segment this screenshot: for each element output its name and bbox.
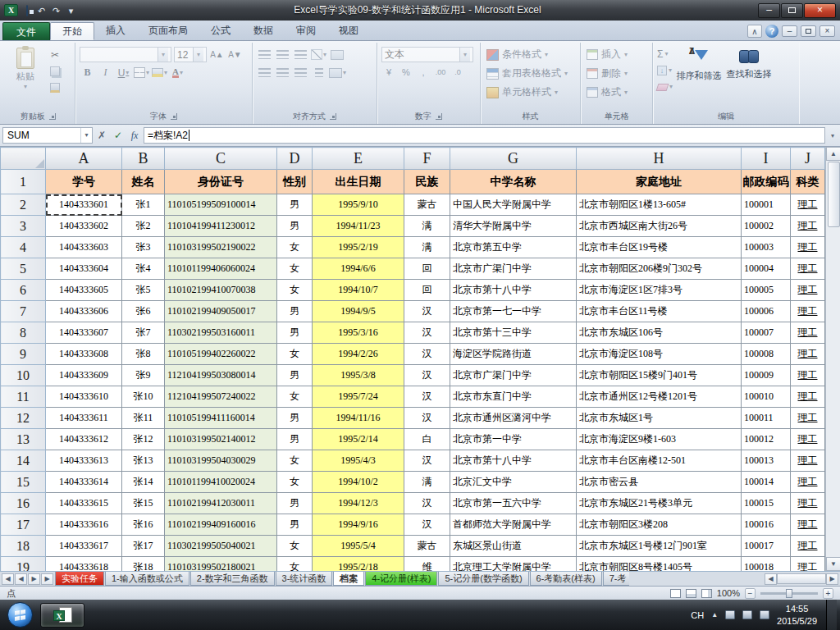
cell-H12[interactable]: 北京市东城区1号 <box>577 408 742 429</box>
cell-I13[interactable]: 100012 <box>742 429 791 450</box>
cell-H15[interactable]: 北京市密云县 <box>577 472 742 493</box>
volume-icon[interactable] <box>742 610 752 619</box>
cell-G8[interactable]: 北京市第十三中学 <box>450 322 577 344</box>
horizontal-scrollbar[interactable]: ◀ ▶ <box>765 572 840 586</box>
cell-F2[interactable]: 蒙古 <box>404 194 450 216</box>
cell-I19[interactable]: 100018 <box>742 557 791 572</box>
cell-F19[interactable]: 维 <box>404 557 450 572</box>
cell-G9[interactable]: 海淀区学院路街道 <box>450 344 577 365</box>
cell-I7[interactable]: 100006 <box>742 301 791 322</box>
cell-H16[interactable]: 北京市东城区21号楼3单元 <box>577 493 742 514</box>
copy-icon[interactable] <box>48 65 62 78</box>
cell-E3[interactable]: 1994/11/23 <box>313 216 404 237</box>
cell-E4[interactable]: 1995/2/19 <box>313 237 404 258</box>
hidden-icons-icon[interactable]: ▲ <box>711 611 718 619</box>
cell-E18[interactable]: 1995/5/4 <box>313 536 404 557</box>
row-header-3[interactable]: 3 <box>1 216 46 237</box>
shrink-font-icon[interactable]: A▼ <box>227 47 243 62</box>
cell-D17[interactable]: 男 <box>277 514 313 536</box>
autosum-button[interactable]: Σ▾ <box>657 47 673 62</box>
cell-B3[interactable]: 张2 <box>122 216 165 237</box>
workbook-minimize-icon[interactable]: – <box>782 25 797 37</box>
cell-G14[interactable]: 北京市第十八中学 <box>450 450 577 472</box>
vertical-scrollbar[interactable]: ▲ ▼ <box>825 147 840 571</box>
qat-customize-icon[interactable]: ▾ <box>65 4 77 17</box>
row-header-1[interactable]: 1 <box>1 170 46 194</box>
cell-J12[interactable]: 理工 <box>791 408 825 429</box>
cell-G11[interactable]: 北京市东直门中学 <box>450 386 577 408</box>
row-header-14[interactable]: 14 <box>1 450 46 472</box>
cell-J7[interactable]: 理工 <box>791 301 825 322</box>
cell-A2[interactable]: 1404333601 <box>46 194 122 216</box>
align-right-icon[interactable] <box>293 65 308 80</box>
cell-A18[interactable]: 1404333617 <box>46 536 122 557</box>
cell-C16[interactable]: 110102199412030011 <box>165 493 277 514</box>
horizontal-scroll-thumb[interactable] <box>777 573 826 584</box>
cell-C17[interactable]: 110102199409160016 <box>165 514 277 536</box>
cell-H19[interactable]: 北京市朝阳区8号楼1405号 <box>577 557 742 572</box>
redo-icon[interactable]: ↷ <box>50 4 62 17</box>
cell-G6[interactable]: 北京市第十八中学 <box>450 280 577 301</box>
cell-G18[interactable]: 东城区景山街道 <box>450 536 577 557</box>
align-bottom-icon[interactable] <box>293 47 308 62</box>
cell-D3[interactable]: 男 <box>277 216 313 237</box>
cell-F6[interactable]: 回 <box>404 280 450 301</box>
cell-J4[interactable]: 理工 <box>791 237 825 258</box>
cell-D8[interactable]: 男 <box>277 322 313 344</box>
cell-F8[interactable]: 汉 <box>404 322 450 344</box>
cell-A16[interactable]: 1404333615 <box>46 493 122 514</box>
cell-H17[interactable]: 北京市朝阳区3楼208 <box>577 514 742 536</box>
column-header-F[interactable]: F <box>404 148 450 170</box>
wrap-text-icon[interactable] <box>329 47 345 62</box>
cell-E12[interactable]: 1994/11/16 <box>313 408 404 429</box>
cell-C8[interactable]: 110302199503160011 <box>165 322 277 344</box>
row-header-8[interactable]: 8 <box>1 322 46 344</box>
cell-J14[interactable]: 理工 <box>791 450 825 472</box>
cell-H10[interactable]: 北京市朝阳区15楼9门401号 <box>577 365 742 386</box>
cell-J6[interactable]: 理工 <box>791 280 825 301</box>
cell-I18[interactable]: 100017 <box>742 536 791 557</box>
cell-G19[interactable]: 北京理工大学附属中学 <box>450 557 577 572</box>
cell-B9[interactable]: 张8 <box>122 344 165 365</box>
zoom-out-icon[interactable]: − <box>745 588 756 599</box>
cell-D9[interactable]: 女 <box>277 344 313 365</box>
align-left-icon[interactable] <box>257 65 272 80</box>
cell-G16[interactable]: 北京市第一五六中学 <box>450 493 577 514</box>
cell-D5[interactable]: 女 <box>277 258 313 280</box>
cell-J5[interactable]: 理工 <box>791 258 825 280</box>
cell-H7[interactable]: 北京市丰台区11号楼 <box>577 301 742 322</box>
tab-file[interactable]: 文件 <box>2 22 50 40</box>
hscroll-right-icon[interactable]: ▶ <box>826 573 838 585</box>
cell-C4[interactable]: 110103199502190022 <box>165 237 277 258</box>
cell-J2[interactable]: 理工 <box>791 194 825 216</box>
formula-input[interactable]: =档案!A2 <box>144 127 825 144</box>
network-icon[interactable] <box>725 610 735 619</box>
cell-B17[interactable]: 张16 <box>122 514 165 536</box>
cell-H11[interactable]: 北京市通州区12号楼1201号 <box>577 386 742 408</box>
cell-B10[interactable]: 张9 <box>122 365 165 386</box>
underline-button[interactable]: U▾ <box>116 65 131 80</box>
tab-插入[interactable]: 插入 <box>94 22 137 40</box>
alignment-dialog-launcher[interactable] <box>330 113 336 120</box>
cell-H9[interactable]: 北京市海淀区108号 <box>577 344 742 365</box>
excel-app-icon[interactable]: X <box>4 4 18 16</box>
taskbar-clock[interactable]: 14:55 2015/5/29 <box>777 603 819 627</box>
cell-C10[interactable]: 112104199503080014 <box>165 365 277 386</box>
row-header-15[interactable]: 15 <box>1 472 46 493</box>
zoom-slider[interactable] <box>760 592 818 595</box>
cell-C5[interactable]: 110101199406060024 <box>165 258 277 280</box>
format-painter-icon[interactable] <box>48 81 62 94</box>
cell-D7[interactable]: 男 <box>277 301 313 322</box>
last-sheet-icon[interactable]: ▶ <box>41 573 53 585</box>
cell-B7[interactable]: 张6 <box>122 301 165 322</box>
cell-C11[interactable]: 112104199507240022 <box>165 386 277 408</box>
cell-J16[interactable]: 理工 <box>791 493 825 514</box>
cell-H13[interactable]: 北京市海淀区9楼1-603 <box>577 429 742 450</box>
sheet-tab-1-输入函数或公式[interactable]: 1-输入函数或公式 <box>105 572 189 586</box>
cell-A13[interactable]: 1404333612 <box>46 429 122 450</box>
cell-B6[interactable]: 张5 <box>122 280 165 301</box>
enter-formula-icon[interactable]: ✓ <box>111 127 126 144</box>
cell-F13[interactable]: 白 <box>404 429 450 450</box>
number-format-select[interactable]: 文本▾ <box>381 47 473 62</box>
cell-G3[interactable]: 清华大学附属中学 <box>450 216 577 237</box>
